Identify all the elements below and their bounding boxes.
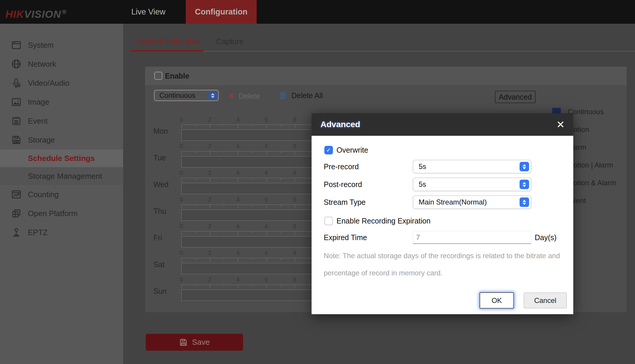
record-type-select[interactable]: Continuous xyxy=(154,90,219,101)
save-floppy-icon xyxy=(179,338,188,347)
active-tab-underline xyxy=(131,50,203,52)
sidebar-item-label: System xyxy=(28,41,54,50)
field-select[interactable]: 5s xyxy=(413,160,531,173)
dialog-field-row: Post-record 5s xyxy=(312,178,573,191)
day-label: Wed xyxy=(153,180,169,189)
field-label: Pre-record xyxy=(324,160,359,173)
hour-label: 4 xyxy=(236,116,239,123)
field-select[interactable]: 5s xyxy=(413,178,531,191)
overwrite-checkbox[interactable]: ✓ xyxy=(324,146,333,154)
field-select-value: 5s xyxy=(419,178,426,191)
dialog-field-row: Pre-record 5s xyxy=(312,160,573,173)
select-stepper-icon xyxy=(520,180,529,189)
dialog-field-row: Stream Type Main Stream(Normal) xyxy=(312,195,573,209)
hour-label: 2 xyxy=(208,170,211,176)
hour-label: 0 xyxy=(180,223,183,230)
hour-label: 2 xyxy=(208,223,211,230)
tab-capture[interactable]: Capture xyxy=(216,33,244,50)
sidebar-item-eptz[interactable]: EPTZ xyxy=(0,223,123,242)
delete-all-label: Delete All xyxy=(291,91,323,100)
sidebar-item-storage-management[interactable]: Storage Management xyxy=(0,167,123,185)
sidebar-item-video-audio[interactable]: Video/Audio xyxy=(0,74,123,92)
hour-label: 2 xyxy=(208,250,211,256)
content-tabs: Record Schedule Capture xyxy=(137,33,244,50)
field-select-value: 5s xyxy=(419,160,426,173)
hour-label: 8 xyxy=(293,276,296,283)
hour-label: 8 xyxy=(293,170,296,176)
hour-label: 4 xyxy=(236,170,239,176)
delete-all-button[interactable]: Delete All xyxy=(278,90,323,100)
sidebar-item-system[interactable]: System xyxy=(0,36,123,55)
hour-label: 4 xyxy=(236,276,239,283)
tabs-divider xyxy=(131,51,635,52)
hour-label: 0 xyxy=(180,196,183,203)
select-stepper-icon xyxy=(208,91,217,100)
select-stepper-icon xyxy=(520,197,529,207)
sidebar-item-open-platform[interactable]: Open Platform xyxy=(0,204,123,223)
hour-label: 8 xyxy=(293,196,296,203)
sidebar-item-counting[interactable]: Counting xyxy=(0,185,123,204)
hour-label: 0 xyxy=(180,170,183,176)
hour-label: 0 xyxy=(180,276,183,283)
hour-label: 0 xyxy=(180,143,183,150)
hour-label: 6 xyxy=(265,116,268,123)
enable-checkbox[interactable] xyxy=(154,72,162,80)
day-label: Thu xyxy=(153,207,166,215)
delete-x-icon: ✕ xyxy=(228,91,235,101)
sidebar-item-label: Network xyxy=(28,60,56,69)
cancel-button[interactable]: Cancel xyxy=(524,293,567,308)
sidebar-item-image[interactable]: Image xyxy=(0,92,123,111)
save-label: Save xyxy=(192,338,209,347)
field-select[interactable]: Main Stream(Normal) xyxy=(413,195,531,209)
logo-part-hik: HIK xyxy=(5,8,24,20)
trash-icon xyxy=(278,90,288,100)
top-bar: HIKVISION® Live View Configuration xyxy=(0,0,635,24)
app-root: HIKVISION® Live View Configuration Syste… xyxy=(0,0,635,364)
network-icon xyxy=(11,59,22,69)
dialog-title: Advanced xyxy=(320,113,360,136)
ok-button[interactable]: OK xyxy=(480,292,514,309)
hour-label: 2 xyxy=(208,196,211,203)
save-button[interactable]: Save xyxy=(146,334,243,351)
delete-label: Delete xyxy=(239,92,260,100)
recording-expiration-label: Enable Recording Expiration xyxy=(336,217,431,225)
sidebar-item-network[interactable]: Network xyxy=(0,55,123,74)
nav-live-view[interactable]: Live View xyxy=(119,0,178,24)
sidebar-item-label: Schedule Settings xyxy=(28,154,95,163)
tab-record-schedule[interactable]: Record Schedule xyxy=(137,33,200,50)
storage-icon xyxy=(11,135,22,145)
hour-label: 4 xyxy=(236,196,239,203)
delete-button[interactable]: ✕ Delete xyxy=(228,91,260,101)
sidebar-item-label: Open Platform xyxy=(28,209,78,218)
recording-expiration-checkbox[interactable] xyxy=(324,217,333,225)
sidebar-item-event[interactable]: Event xyxy=(0,111,123,130)
hour-label: 8 xyxy=(293,250,296,256)
video-audio-icon xyxy=(11,78,22,88)
sidebar-list: System Network Video/Audio Image Event S… xyxy=(0,36,123,242)
expired-time-input[interactable] xyxy=(413,231,531,244)
select-stepper-icon xyxy=(520,162,529,171)
sidebar-item-schedule-settings[interactable]: Schedule Settings xyxy=(0,149,123,167)
day-label: Sun xyxy=(153,287,166,296)
sidebar-item-label: Event xyxy=(28,116,48,126)
expired-time-label: Expired Time xyxy=(324,231,367,244)
image-icon xyxy=(11,97,22,107)
record-type-value: Continuous xyxy=(159,90,195,100)
legend-label: Motion & Alarm xyxy=(568,179,616,187)
eptz-icon xyxy=(11,227,22,238)
nav-configuration[interactable]: Configuration xyxy=(186,0,257,24)
close-icon[interactable]: ✕ xyxy=(554,113,567,136)
sidebar-item-storage[interactable]: Storage xyxy=(0,130,123,149)
field-label: Post-record xyxy=(324,178,362,191)
day-label: Mon xyxy=(153,127,168,135)
note-line-2: percentage of record in memory card. xyxy=(324,269,442,277)
hour-label: 8 xyxy=(293,143,296,150)
sidebar-item-label: Video/Audio xyxy=(28,79,69,88)
hour-label: 6 xyxy=(265,170,268,176)
hikvision-logo: HIKVISION® xyxy=(5,0,67,24)
hour-label: 4 xyxy=(236,223,239,230)
hour-label: 6 xyxy=(265,196,268,203)
day-label: Fri xyxy=(153,234,162,242)
advanced-button[interactable]: Advanced xyxy=(495,91,536,103)
expired-time-unit: Day(s) xyxy=(535,231,557,244)
